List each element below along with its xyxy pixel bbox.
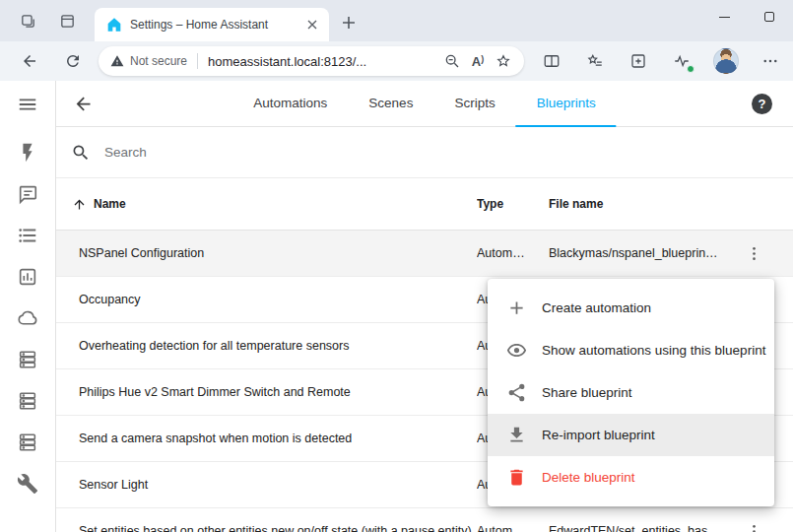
hub-icon[interactable] — [8, 384, 47, 417]
address-divider — [197, 53, 198, 69]
menu-icon[interactable] — [0, 81, 55, 127]
row-type: Autom… — [477, 524, 549, 532]
search-bar — [56, 127, 793, 178]
workspaces-icon[interactable] — [16, 9, 39, 33]
menu-item-create-automation[interactable]: Create automation — [488, 287, 774, 329]
profile-avatar[interactable] — [713, 48, 739, 74]
favorite-star-icon[interactable] — [491, 48, 516, 74]
table-row[interactable]: Set entities based on other entities new… — [56, 508, 793, 532]
minimize-icon — [719, 17, 730, 18]
tab-automations[interactable]: Automations — [232, 81, 348, 127]
maximize-button[interactable] — [747, 0, 792, 33]
row-overflow-menu-icon[interactable] — [732, 244, 775, 263]
hub-icon[interactable] — [8, 343, 47, 375]
search-input[interactable] — [102, 144, 793, 161]
ha-header: Automations Scenes Scripts Blueprints ? — [56, 81, 793, 127]
tools-icon[interactable] — [8, 467, 47, 499]
column-header-type[interactable]: Type — [477, 197, 549, 211]
energy-icon[interactable] — [8, 136, 47, 168]
menu-item-share-blueprint[interactable]: Share blueprint — [488, 371, 774, 414]
favorites-icon[interactable] — [579, 45, 611, 77]
column-header-name[interactable]: Name — [56, 197, 477, 212]
row-name: Sensor Light — [56, 478, 477, 492]
tab-title: Settings – Home Assistant — [130, 18, 303, 32]
cloud-icon[interactable] — [8, 301, 47, 334]
tab-scripts[interactable]: Scripts — [433, 81, 515, 127]
tab-scenes[interactable]: Scenes — [348, 81, 433, 127]
zoom-icon[interactable] — [439, 48, 465, 74]
row-overflow-menu-icon[interactable] — [732, 522, 775, 532]
not-secure-warning-icon — [110, 54, 124, 68]
ha-sidebar — [0, 81, 56, 532]
refresh-icon[interactable] — [57, 45, 89, 77]
table-row[interactable]: NSPanel Configuration Autom… Blackymas/n… — [56, 231, 793, 277]
new-tab-button[interactable] — [337, 11, 361, 34]
tab-blueprints[interactable]: Blueprints — [516, 81, 617, 127]
row-name: Occupancy — [56, 293, 477, 306]
essentials-status-dot — [687, 65, 694, 73]
history-icon[interactable] — [8, 260, 47, 293]
ha-back-icon[interactable] — [69, 90, 97, 117]
menu-item-delete-blueprint[interactable]: Delete blueprint — [488, 456, 774, 499]
logbook-icon[interactable] — [8, 219, 47, 251]
share-icon — [506, 382, 527, 403]
row-name: Overheating detection for all temperatur… — [56, 339, 477, 353]
browser-essentials-icon[interactable] — [666, 45, 697, 77]
blueprint-context-menu: Create automation Show automations using… — [488, 279, 774, 506]
row-type: Autom… — [477, 246, 549, 260]
split-screen-icon[interactable] — [536, 45, 567, 77]
home-assistant-app: Automations Scenes Scripts Blueprints ? … — [0, 81, 793, 532]
eye-icon — [506, 340, 527, 361]
trash-icon — [506, 467, 527, 488]
hub-icon[interactable] — [8, 426, 47, 458]
browser-tab[interactable]: Settings – Home Assistant — [95, 8, 329, 41]
security-label: Not secure — [130, 54, 187, 68]
tab-close-icon[interactable] — [303, 16, 321, 33]
browser-navbar: Not secure homeassistant.local:8123/... … — [0, 41, 793, 81]
row-file: EdwardTEN/set_entities_bas… — [549, 524, 732, 532]
home-assistant-favicon — [106, 17, 122, 33]
download-icon — [506, 425, 527, 445]
search-icon — [71, 143, 91, 163]
browser-menu-icon[interactable] — [755, 45, 786, 77]
row-name: Set entities based on other entities new… — [56, 524, 477, 532]
help-icon[interactable]: ? — [752, 94, 772, 114]
row-name: Send a camera snapshot when motion is de… — [56, 432, 477, 445]
back-icon[interactable] — [14, 45, 45, 77]
url-text[interactable]: homeassistant.local:8123/... — [208, 54, 439, 69]
browser-titlebar: Settings – Home Assistant — [0, 0, 793, 41]
media-icon[interactable] — [8, 177, 47, 210]
menu-item-show-automations[interactable]: Show automations using this blueprint — [488, 329, 774, 371]
minimize-button[interactable] — [701, 0, 747, 33]
address-bar[interactable]: Not secure homeassistant.local:8123/... … — [99, 46, 524, 76]
tab-actions-icon[interactable] — [55, 9, 79, 33]
ha-tab-bar: Automations Scenes Scripts Blueprints — [232, 81, 616, 127]
sort-ascending-icon — [72, 197, 87, 212]
collections-icon[interactable] — [623, 45, 654, 77]
maximize-icon — [764, 12, 774, 22]
read-aloud-icon[interactable]: A) — [465, 48, 491, 74]
plus-icon — [506, 298, 527, 318]
row-file: Blackymas/nspanel_blueprin… — [549, 246, 732, 260]
row-name: Philips Hue v2 Smart Dimmer Switch and R… — [56, 385, 477, 399]
menu-item-reimport-blueprint[interactable]: Re-import blueprint — [488, 414, 774, 456]
browser-window: Settings – Home Assistant Not secure hom… — [0, 0, 793, 532]
column-header-file[interactable]: File name — [549, 197, 732, 211]
row-name: NSPanel Configuration — [56, 246, 477, 260]
table-header: Name Type File name — [56, 178, 793, 231]
